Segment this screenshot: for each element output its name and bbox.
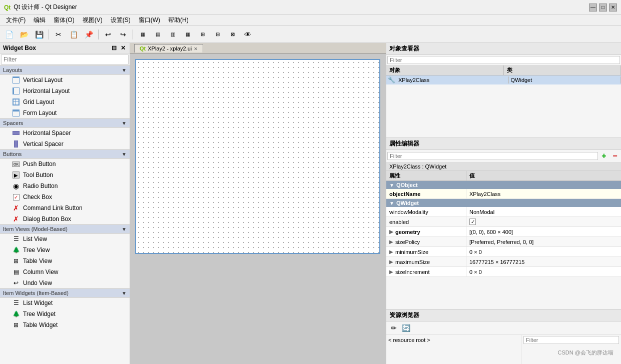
widget-grid-layout[interactable]: Grid Layout <box>0 96 130 108</box>
resource-refresh-btn[interactable]: 🔄 <box>400 322 411 334</box>
menu-help[interactable]: 帮助(H) <box>164 15 193 26</box>
widget-list-widget[interactable]: ☰ List Widget <box>0 298 130 308</box>
widget-form-layout[interactable]: Form Layout <box>0 108 130 118</box>
property-filter-input[interactable] <box>387 152 598 160</box>
widget-horizontal-spacer[interactable]: Horizontal Spacer <box>0 128 130 138</box>
prop-val-objectname[interactable]: XPlay2Class <box>466 189 621 198</box>
object-row-xplay2[interactable]: 🔧 XPlay2Class QWidget <box>386 76 621 84</box>
menu-file[interactable]: 文件(F) <box>2 15 30 26</box>
category-layouts[interactable]: Layouts ▼ <box>0 66 130 74</box>
toolbar-redo[interactable]: ↪ <box>116 28 130 41</box>
toolbar-preview[interactable]: 👁 <box>241 28 255 41</box>
prop-header-name: 属性 <box>386 171 466 180</box>
tree-widget-label: Tree Widget <box>23 310 56 318</box>
prop-section-qwidget[interactable]: ▼ QWidget <box>386 199 621 207</box>
menu-window[interactable]: 窗口(W) <box>135 15 164 26</box>
object-filter-input[interactable] <box>387 56 620 64</box>
maximize-button[interactable]: □ <box>599 4 607 12</box>
menu-view[interactable]: 视图(V) <box>79 15 107 26</box>
menu-settings[interactable]: 设置(S) <box>107 15 135 26</box>
widget-tree-view[interactable]: 🌲 Tree View <box>0 244 130 256</box>
designer-canvas[interactable] <box>130 54 386 364</box>
column-view-icon: ▤ <box>12 268 20 276</box>
prop-row-minimumsize[interactable]: ▶ minimumSize 0 × 0 <box>386 247 621 257</box>
check-box-icon: ✓ <box>12 193 20 201</box>
category-item-widgets-label: Item Widgets (Item-Based) <box>3 290 69 296</box>
prop-row-geometry[interactable]: ▶ geometry [(0, 0), 600 × 400] <box>386 227 621 237</box>
widget-column-view[interactable]: ▤ Column View <box>0 266 130 278</box>
prop-row-enabled[interactable]: enabled ✓ <box>386 217 621 227</box>
prop-row-sizepolicy[interactable]: ▶ sizePolicy [Preferred, Preferred, 0, 0… <box>386 237 621 247</box>
toolbar-layout7[interactable]: ⊠ <box>226 28 240 41</box>
category-layouts-arrow: ▼ <box>122 68 127 73</box>
radio-button-label: Radio Button <box>23 182 58 190</box>
prop-row-maximumsize[interactable]: ▶ maximumSize 16777215 × 16777215 <box>386 257 621 267</box>
toolbar-layout6[interactable]: ⊟ <box>211 28 225 41</box>
toolbar-copy[interactable]: 📋 <box>67 28 81 41</box>
toolbar-undo[interactable]: ↩ <box>101 28 115 41</box>
category-item-views[interactable]: Item Views (Model-Based) ▼ <box>0 224 130 234</box>
toolbar-paste[interactable]: 📌 <box>82 28 96 41</box>
menu-form[interactable]: 窗体(O) <box>50 15 78 26</box>
widget-list-view[interactable]: ☰ List View <box>0 234 130 244</box>
widget-dialog-button-box[interactable]: ✗ Dialog Button Box <box>0 214 130 224</box>
toolbar-layout1[interactable]: ▦ <box>136 28 150 41</box>
widget-push-button[interactable]: OK Push Button <box>0 158 130 170</box>
prop-section-qobject[interactable]: ▼ QObject <box>386 181 621 189</box>
prop-row-sizeincrement[interactable]: ▶ sizeIncrement 0 × 0 <box>386 267 621 277</box>
toolbar-save[interactable]: 💾 <box>32 28 46 41</box>
close-button[interactable]: ✕ <box>609 4 617 12</box>
form-canvas[interactable] <box>135 59 380 254</box>
resource-edit-btn[interactable]: ✏ <box>388 322 399 334</box>
column-view-label: Column View <box>23 268 58 276</box>
prop-row-objectname[interactable]: objectName XPlay2Class <box>386 189 621 199</box>
prop-val-enabled: ✓ <box>466 217 621 226</box>
widget-table-view[interactable]: ⊞ Table View <box>0 256 130 266</box>
property-add-button[interactable]: + <box>599 151 609 161</box>
widget-tree-widget[interactable]: 🌲 Tree Widget <box>0 308 130 320</box>
widget-table-widget[interactable]: ⊞ Table Widget <box>0 320 130 330</box>
widget-box-close[interactable]: ✕ <box>120 44 127 52</box>
menu-edit[interactable]: 编辑 <box>30 15 50 26</box>
enabled-checkbox[interactable]: ✓ <box>469 218 476 225</box>
toolbar-new[interactable]: 📄 <box>2 28 16 41</box>
prop-header-val: 值 <box>466 171 621 180</box>
prop-row-windowmodality[interactable]: windowModality NonModal <box>386 207 621 217</box>
widget-box-float[interactable]: ⊟ <box>111 44 118 52</box>
object-filter-container <box>386 55 621 66</box>
list-view-icon: ☰ <box>12 235 20 243</box>
toolbar-layout2[interactable]: ▤ <box>151 28 165 41</box>
widget-filter-container <box>0 54 130 66</box>
horizontal-layout-icon <box>12 87 20 95</box>
tab-close-btn[interactable]: ✕ <box>194 46 198 52</box>
property-table: 属性 值 ▼ QObject objectName XPlay2Class <box>386 171 621 309</box>
prop-name-sizepolicy: ▶ sizePolicy <box>386 237 466 246</box>
designer-tab-xplay2[interactable]: Qt XPlay2 - xplay2.ui ✕ <box>134 44 203 52</box>
category-item-widgets-arrow: ▼ <box>122 290 127 296</box>
toolbar-open[interactable]: 📂 <box>17 28 31 41</box>
category-item-widgets[interactable]: Item Widgets (Item-Based) ▼ <box>0 288 130 298</box>
widget-vertical-layout[interactable]: Vertical Layout <box>0 74 130 86</box>
property-remove-button[interactable]: − <box>610 151 620 161</box>
widget-check-box[interactable]: ✓ Check Box <box>0 192 130 202</box>
toolbar-layout3[interactable]: ▥ <box>166 28 180 41</box>
category-buttons[interactable]: Buttons ▼ <box>0 150 130 158</box>
minimize-button[interactable]: — <box>589 4 597 12</box>
widget-command-link[interactable]: ✗ Command Link Button <box>0 202 130 214</box>
toolbar-layout4[interactable]: ▦ <box>181 28 195 41</box>
widget-vertical-spacer[interactable]: Vertical Spacer <box>0 138 130 150</box>
toolbar-layout5[interactable]: ⊞ <box>196 28 210 41</box>
category-spacers[interactable]: Spacers ▼ <box>0 118 130 128</box>
widget-filter-input[interactable] <box>1 54 129 64</box>
obj-row-icon: 🔧 <box>386 76 396 84</box>
list-view-label: List View <box>23 236 47 242</box>
property-filter-row: + − <box>386 150 621 162</box>
resource-filter-input[interactable] <box>523 336 619 344</box>
widget-horizontal-layout[interactable]: Horizontal Layout <box>0 86 130 96</box>
widget-radio-button[interactable]: ◉ Radio Button <box>0 180 130 192</box>
widget-tool-button[interactable]: ▶ Tool Button <box>0 170 130 180</box>
toolbar-cut[interactable]: ✂ <box>52 28 66 41</box>
widget-undo-view[interactable]: ↩ Undo View <box>0 278 130 288</box>
object-inspector: 对象查看器 对象 类 🔧 XPlay2Class QWidget <box>386 43 621 138</box>
tree-widget-icon: 🌲 <box>12 310 20 318</box>
